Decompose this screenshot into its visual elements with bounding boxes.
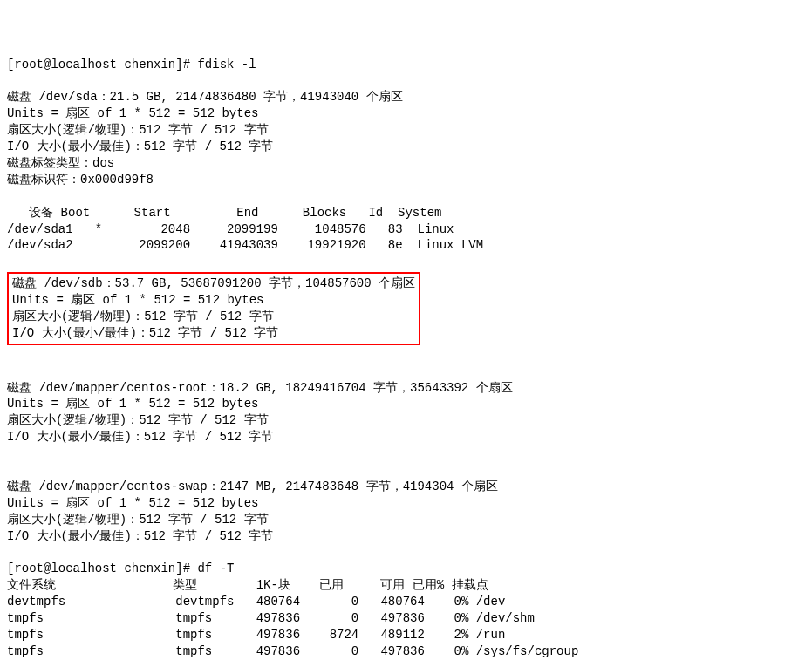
partition-row-sda1: /dev/sda1 * 2048 2099199 1048576 83 Linu… [7, 222, 454, 236]
sdb-header: 磁盘 /dev/sdb：53.7 GB, 53687091200 字节，1048… [12, 276, 415, 290]
prompt-line: [root@localhost chenxin]# df -T [7, 561, 234, 575]
partition-header: 设备 Boot Start End Blocks Id System [7, 206, 441, 220]
sda-label: 磁盘标签类型：dos [7, 156, 114, 170]
swap-units: Units = 扇区 of 1 * 512 = 512 bytes [7, 496, 258, 510]
sda-id: 磁盘标识符：0x000d99f8 [7, 173, 154, 187]
command-df: df -T [197, 561, 234, 575]
terminal-output: [root@localhost chenxin]# fdisk -l 磁盘 /d… [7, 57, 805, 660]
df-row-tmpfs-run: tmpfs tmpfs 497836 8724 489112 2% /run [7, 628, 505, 642]
sdb-units: Units = 扇区 of 1 * 512 = 512 bytes [12, 293, 263, 307]
df-row-devtmpfs: devtmpfs devtmpfs 480764 0 480764 0% /de… [7, 595, 505, 609]
root-units: Units = 扇区 of 1 * 512 = 512 bytes [7, 397, 258, 411]
prompt-line: [root@localhost chenxin]# fdisk -l [7, 58, 256, 71]
sda-units: Units = 扇区 of 1 * 512 = 512 bytes [7, 106, 258, 120]
shell-prompt: [root@localhost chenxin]# [7, 58, 197, 71]
df-row-tmpfs-cgroup: tmpfs tmpfs 497836 0 497836 0% /sys/fs/c… [7, 644, 578, 658]
sdb-sector: 扇区大小(逻辑/物理)：512 字节 / 512 字节 [12, 310, 274, 323]
sdb-highlight-box: 磁盘 /dev/sdb：53.7 GB, 53687091200 字节，1048… [7, 272, 420, 345]
root-io: I/O 大小(最小/最佳)：512 字节 / 512 字节 [7, 430, 273, 444]
sda-header: 磁盘 /dev/sda：21.5 GB, 21474836480 字节，4194… [7, 90, 403, 104]
sdb-io: I/O 大小(最小/最佳)：512 字节 / 512 字节 [12, 326, 278, 340]
shell-prompt: [root@localhost chenxin]# [7, 561, 197, 575]
root-sector: 扇区大小(逻辑/物理)：512 字节 / 512 字节 [7, 413, 269, 427]
swap-io: I/O 大小(最小/最佳)：512 字节 / 512 字节 [7, 529, 273, 543]
partition-row-sda2: /dev/sda2 2099200 41943039 19921920 8e L… [7, 238, 483, 252]
swap-sector: 扇区大小(逻辑/物理)：512 字节 / 512 字节 [7, 513, 269, 527]
df-header: 文件系统 类型 1K-块 已用 可用 已用% 挂载点 [7, 578, 488, 592]
root-header: 磁盘 /dev/mapper/centos-root：18.2 GB, 1824… [7, 381, 513, 395]
command-fdisk: fdisk -l [197, 58, 256, 71]
sda-io: I/O 大小(最小/最佳)：512 字节 / 512 字节 [7, 139, 273, 153]
swap-header: 磁盘 /dev/mapper/centos-swap：2147 MB, 2147… [7, 480, 498, 493]
sda-sector: 扇区大小(逻辑/物理)：512 字节 / 512 字节 [7, 123, 269, 137]
df-row-tmpfs-shm: tmpfs tmpfs 497836 0 497836 0% /dev/shm [7, 611, 535, 625]
